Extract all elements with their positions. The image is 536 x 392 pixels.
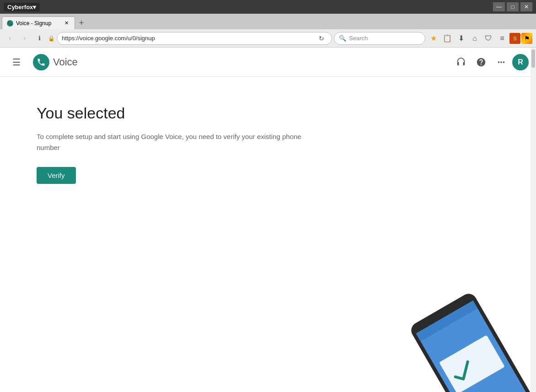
- info-icon: ℹ: [33, 32, 46, 45]
- restore-button[interactable]: □: [507, 2, 519, 11]
- page-description: To complete setup and start using Google…: [37, 131, 302, 153]
- tab-title: Voice - Signup: [16, 20, 51, 27]
- menu-button[interactable]: ≡: [496, 32, 509, 45]
- help-icon-button[interactable]: [472, 53, 490, 71]
- lock-icon: 🔒: [48, 35, 55, 42]
- scrollbar[interactable]: [531, 48, 536, 392]
- addon2-icon[interactable]: ⚑: [521, 33, 532, 44]
- app-brand: Cyberfox▾: [4, 3, 40, 11]
- addon1-label: S: [513, 36, 516, 41]
- page-title: You selected: [37, 104, 499, 122]
- bookmark-star-icon[interactable]: ★: [427, 32, 440, 45]
- new-tab-button[interactable]: +: [75, 16, 88, 29]
- tab-favicon: 📞: [7, 20, 13, 27]
- addon2-label: ⚑: [524, 35, 530, 42]
- scrollbar-thumb[interactable]: [531, 49, 535, 68]
- verify-button[interactable]: Verify: [37, 167, 76, 184]
- headset-icon-button[interactable]: [452, 53, 470, 71]
- search-icon: 🔍: [339, 35, 346, 42]
- search-bar[interactable]: 🔍 Search: [334, 32, 425, 45]
- apps-grid-button[interactable]: [492, 53, 510, 71]
- app-header: ☰ Voice: [0, 48, 536, 77]
- navbar: ‹ › ℹ 🔒 https://voice.google.com/u/0/sig…: [0, 29, 536, 48]
- url-text: https://voice.google.com/u/0/signup: [62, 35, 313, 42]
- phone-illustration: [381, 273, 536, 392]
- download-icon[interactable]: ⬇: [455, 32, 467, 45]
- addon1-icon[interactable]: S: [509, 33, 520, 44]
- home-icon[interactable]: ⌂: [468, 32, 481, 45]
- voice-logo-icon: [33, 54, 49, 70]
- window-controls: — □ ✕: [493, 2, 532, 11]
- reload-button[interactable]: ↻: [316, 33, 327, 44]
- titlebar: Cyberfox▾ — □ ✕: [0, 0, 536, 14]
- webpage: ☰ Voice: [0, 48, 536, 392]
- app-name-text: Voice: [53, 56, 78, 68]
- url-bar[interactable]: https://voice.google.com/u/0/signup ↻: [57, 32, 332, 45]
- active-tab[interactable]: 📞 Voice - Signup ✕: [2, 16, 75, 29]
- forward-button[interactable]: ›: [18, 32, 31, 45]
- hamburger-icon: ☰: [12, 57, 21, 68]
- page-content: You selected To complete setup and start…: [0, 77, 536, 392]
- minimize-button[interactable]: —: [493, 2, 505, 11]
- reader-mode-icon[interactable]: 📋: [441, 32, 454, 45]
- hamburger-menu-button[interactable]: ☰: [7, 53, 26, 71]
- shield-icon[interactable]: 🛡: [482, 32, 495, 45]
- search-placeholder: Search: [349, 35, 368, 42]
- header-icons: R: [452, 53, 529, 71]
- user-avatar[interactable]: R: [512, 54, 529, 70]
- back-button[interactable]: ‹: [4, 32, 16, 45]
- tabbar: 📞 Voice - Signup ✕ +: [0, 14, 536, 29]
- nav-icons: ★ 📋 ⬇ ⌂ 🛡 ≡ S ⚑: [427, 32, 532, 45]
- close-button[interactable]: ✕: [520, 2, 532, 11]
- app-logo: Voice: [33, 54, 78, 70]
- tab-close-button[interactable]: ✕: [63, 20, 70, 27]
